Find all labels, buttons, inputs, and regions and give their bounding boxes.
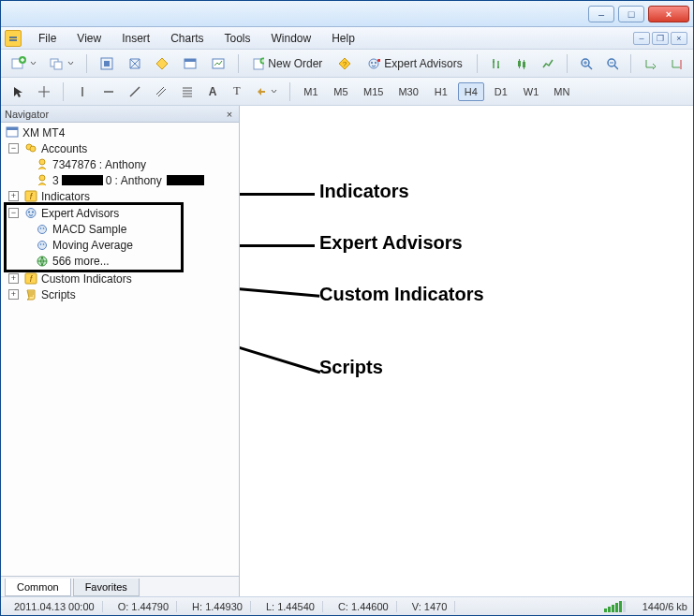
svg-point-28 [39,175,45,181]
menu-window[interactable]: Window [262,29,321,48]
mdi-minimize-button[interactable]: – [633,32,650,45]
timeframe-h4[interactable]: H4 [458,82,484,101]
market-watch-button[interactable] [95,53,119,74]
cursor-tool[interactable] [7,81,29,102]
mdi-restore-button[interactable]: ❐ [652,32,669,45]
data-window-button[interactable] [150,53,174,74]
navigator-button[interactable] [123,53,147,74]
tree-ea-more[interactable]: 566 more... [7,253,181,269]
separator [238,54,239,73]
timeframe-m30[interactable]: M30 [392,82,423,101]
timeframe-d1[interactable]: D1 [488,82,514,101]
tree-indicators[interactable]: + f Indicators [5,188,237,204]
ea-icon [23,207,38,220]
collapse-icon[interactable]: − [8,143,19,154]
tab-common[interactable]: Common [5,579,71,596]
navigator-tabs: Common Favorites [1,576,239,596]
redacted [167,175,204,185]
menu-view[interactable]: View [67,29,111,48]
separator [630,54,631,73]
tree-custom-indicators[interactable]: + f Custom Indicators [5,271,237,286]
window-minimize-button[interactable]: – [588,6,614,22]
svg-point-16 [371,62,373,64]
tree-account-item[interactable]: 30: Anthony [5,172,237,188]
horizontal-line-tool[interactable] [97,81,120,102]
close-icon: × [666,8,672,20]
annotation-ea: Expert Advisors [319,232,463,254]
tree-ea-item[interactable]: Moving Average [7,237,181,253]
expand-icon[interactable]: + [8,289,19,300]
expand-icon[interactable]: + [8,191,19,201]
text-label-tool[interactable]: T [227,81,247,102]
menu-help[interactable]: Help [322,29,364,48]
zoom-in-button[interactable] [575,53,598,74]
new-order-button[interactable]: New Order [246,53,330,74]
tree-ea-item-label: MACD Sample [52,223,126,236]
chart-canvas: Indicators Expert Advisors Custom Indica… [240,106,693,596]
account-name: Anthony [121,174,162,187]
terminal-icon [5,126,20,139]
terminal-button[interactable] [178,53,202,74]
fibonacci-tool[interactable] [176,81,199,102]
chart-shift-button[interactable] [665,53,687,74]
auto-scroll-button[interactable] [639,53,661,74]
crosshair-tool[interactable] [33,81,55,102]
timeframe-m15[interactable]: M15 [358,82,389,101]
metaquotes-button[interactable]: ? [332,53,357,74]
accounts-icon [23,142,38,155]
tree-indicators-label: Indicators [41,190,90,203]
status-high: H: 1.44930 [185,601,251,612]
zoom-out-button[interactable] [601,53,624,74]
chart-candles-button[interactable] [510,53,533,74]
strategy-tester-button[interactable] [206,53,230,74]
tree-accounts[interactable]: − Accounts [5,140,237,156]
custom-indicator-icon: f [23,272,38,286]
tree-ea-item[interactable]: MACD Sample [7,221,181,237]
account-id-partial2: 0 [106,174,112,187]
separator [63,82,64,101]
mdi-close-button[interactable]: × [671,32,687,45]
tree-account-item[interactable]: 7347876: Anthony [5,156,237,172]
timeframe-mn[interactable]: MN [548,82,575,101]
chart-bars-button[interactable] [485,53,508,74]
navigator-close-button[interactable]: × [224,109,235,120]
channel-tool[interactable] [150,81,172,102]
expand-icon[interactable]: + [8,273,19,284]
collapse-icon[interactable]: − [8,208,19,218]
chevron-down-icon [271,88,277,95]
profiles-button[interactable] [45,53,80,74]
timeframe-h1[interactable]: H1 [428,82,454,101]
tree-scripts[interactable]: + Scripts [5,286,237,302]
toolbar-main: New Order ? Expert Advisors [1,50,693,78]
annotation-line [240,278,319,298]
person-icon [35,158,50,171]
timeframe-m5[interactable]: M5 [328,82,354,101]
tree-expert-advisors[interactable]: − Expert Advisors [7,205,181,221]
expert-advisors-button[interactable]: Expert Advisors [361,53,469,74]
expert-advisors-label: Expert Advisors [384,57,462,70]
menu-insert[interactable]: Insert [112,29,159,48]
script-icon [23,288,38,301]
chart-line-button[interactable] [537,53,559,74]
timeframe-w1[interactable]: W1 [518,82,545,101]
arrows-tool[interactable] [251,81,282,102]
tab-favorites[interactable]: Favorites [73,579,140,596]
timeframe-m1[interactable]: M1 [298,82,324,101]
menu-tools[interactable]: Tools [215,29,260,48]
separator [86,54,87,73]
tree-root-label: XM MT4 [22,126,65,139]
maximize-icon: □ [628,8,635,20]
annotation-indicators: Indicators [319,181,409,202]
menu-charts[interactable]: Charts [161,29,213,48]
trendline-tool[interactable] [124,81,146,102]
vertical-line-tool[interactable] [71,81,94,102]
tree-root[interactable]: XM MT4 [5,125,237,140]
menu-file[interactable]: File [29,29,66,48]
new-chart-button[interactable] [7,53,41,74]
window-close-button[interactable]: × [648,6,689,22]
svg-point-17 [375,62,377,64]
text-tool[interactable]: A [202,81,223,102]
status-close: C: 1.44600 [331,601,397,612]
window-maximize-button[interactable]: □ [618,6,644,22]
letter-t-icon: T [233,84,240,98]
